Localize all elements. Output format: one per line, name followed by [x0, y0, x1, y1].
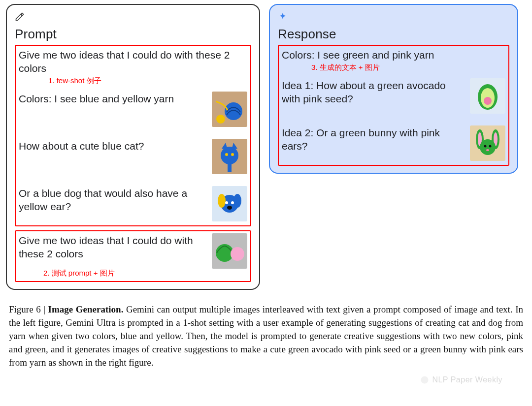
test-prompt-line: Give me two ideas that I could do with t…: [19, 233, 207, 261]
svg-point-15: [231, 201, 234, 204]
panels-row: Prompt Give me two ideas that I could do…: [6, 4, 526, 290]
annotation-1: 1. few-shot 例子: [48, 76, 247, 86]
svg-point-33: [421, 376, 429, 377]
svg-point-19: [231, 247, 244, 261]
prompt-heading: Prompt: [15, 27, 251, 42]
avocado-thumb: [470, 78, 505, 114]
svg-point-8: [231, 153, 234, 156]
svg-point-4: [221, 147, 238, 164]
figure-title: Image Generation.: [48, 304, 124, 314]
bunny-thumb: [470, 125, 505, 161]
response-line-0: Colors: I see green and pink yarn: [282, 48, 505, 62]
prompt-line-1: Colors: I see blue and yellow yarn: [19, 92, 207, 106]
response-heading: Response: [278, 27, 509, 42]
watermark: NLP Paper Weekly: [420, 375, 502, 377]
yarn-green-pink-thumb: [212, 233, 247, 269]
response-line-1: Idea 1: How about a green avocado with p…: [282, 78, 465, 106]
fewshot-box: Give me two ideas that I could do with t…: [15, 45, 251, 226]
prompt-line-3: Or a blue dog that would also have a yel…: [19, 186, 207, 214]
yarn-blue-yellow-thumb: [212, 92, 247, 127]
svg-rect-9: [228, 163, 232, 172]
svg-point-16: [227, 206, 232, 210]
svg-point-14: [225, 201, 228, 204]
svg-point-30: [484, 145, 487, 147]
pencil-icon: [15, 12, 251, 25]
prompt-line-2: How about a cute blue cat?: [19, 139, 207, 153]
prompt-line-0: Give me two ideas that I could do with t…: [19, 48, 247, 75]
svg-point-2: [216, 115, 225, 124]
response-box: Colors: I see green and pink yarn 3. 生成的…: [278, 45, 509, 166]
svg-point-32: [486, 149, 489, 151]
figure-caption: Figure 6 | Image Generation. Gemini can …: [6, 303, 526, 370]
svg-point-23: [484, 97, 492, 105]
svg-point-29: [480, 139, 496, 155]
test-prompt-box: Give me two ideas that I could do with t…: [15, 230, 251, 282]
blue-dog-thumb: [212, 186, 247, 221]
sparkle-icon: [278, 12, 509, 25]
response-card: Response Colors: I see green and pink ya…: [269, 4, 518, 174]
figure-label: Figure 6 |: [9, 304, 48, 314]
annotation-3: 3. 生成的文本 + 图片: [311, 63, 505, 72]
svg-point-13: [233, 194, 241, 208]
svg-point-12: [218, 194, 226, 208]
blue-cat-thumb: [212, 139, 247, 174]
prompt-card: Prompt Give me two ideas that I could do…: [6, 4, 260, 290]
svg-point-31: [489, 145, 492, 147]
annotation-2: 2. 测试 prompt + 图片: [43, 269, 247, 278]
svg-point-7: [225, 153, 228, 156]
response-line-2: Idea 2: Or a green bunny with pink ears?: [282, 125, 465, 153]
